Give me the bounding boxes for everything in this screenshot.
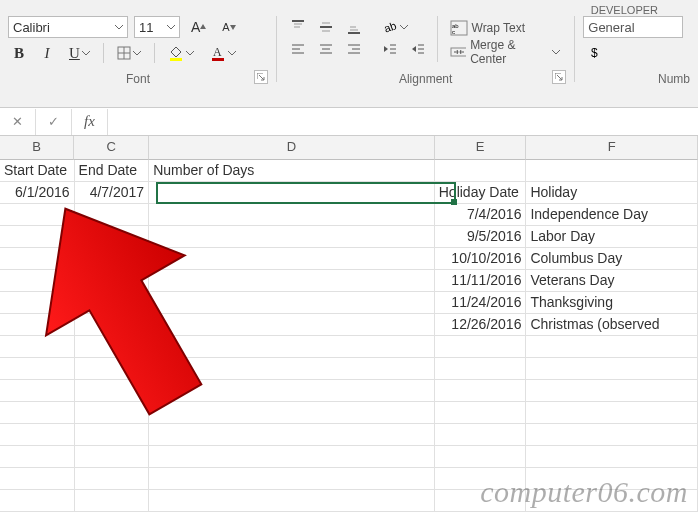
cell[interactable]	[526, 336, 698, 358]
cell[interactable]: Holiday	[526, 182, 698, 204]
col-header-C[interactable]: C	[74, 136, 148, 160]
cell[interactable]	[149, 226, 435, 248]
cell[interactable]	[149, 182, 435, 204]
increase-indent-button[interactable]	[405, 38, 431, 60]
cell[interactable]	[526, 380, 698, 402]
cell[interactable]: 4/7/2017	[75, 182, 150, 204]
number-format-combo[interactable]: General	[583, 16, 683, 38]
cell[interactable]	[0, 358, 75, 380]
cell[interactable]	[526, 424, 698, 446]
cell[interactable]	[526, 160, 698, 182]
cell[interactable]	[149, 248, 435, 270]
cell[interactable]	[0, 490, 75, 512]
align-middle-button[interactable]	[313, 16, 339, 38]
cell[interactable]: 6/1/2016	[0, 182, 75, 204]
accounting-format-button[interactable]: $	[583, 42, 609, 64]
col-header-B[interactable]: B	[0, 136, 74, 160]
cell[interactable]	[149, 402, 435, 424]
cell[interactable]	[149, 380, 435, 402]
cell[interactable]: 9/5/2016	[435, 226, 527, 248]
cell[interactable]: Number of Days	[149, 160, 435, 182]
tab-developer[interactable]: DEVELOPER	[591, 4, 658, 16]
cell[interactable]	[0, 270, 75, 292]
cell[interactable]	[435, 424, 527, 446]
cell[interactable]: End Date	[75, 160, 150, 182]
decrease-font-button[interactable]: A	[217, 16, 240, 38]
cell[interactable]	[75, 358, 150, 380]
italic-button[interactable]: I	[36, 42, 58, 64]
orientation-button[interactable]: ab	[377, 16, 413, 38]
cell[interactable]: Christmas (observed	[526, 314, 698, 336]
align-top-button[interactable]	[285, 16, 311, 38]
cell[interactable]: Start Date	[0, 160, 75, 182]
font-dialog-launcher[interactable]	[254, 70, 268, 84]
cell[interactable]: Veterans Day	[526, 270, 698, 292]
cell[interactable]	[75, 490, 150, 512]
cell[interactable]	[0, 402, 75, 424]
cell[interactable]	[0, 424, 75, 446]
cell[interactable]: 11/11/2016	[435, 270, 527, 292]
align-right-button[interactable]	[341, 38, 367, 60]
cell[interactable]	[149, 468, 435, 490]
cell[interactable]	[0, 380, 75, 402]
col-header-E[interactable]: E	[435, 136, 527, 160]
cell[interactable]	[75, 424, 150, 446]
cell[interactable]: Holiday Date	[435, 182, 527, 204]
fill-color-button[interactable]	[163, 42, 199, 64]
cell[interactable]	[0, 468, 75, 490]
cell[interactable]	[149, 358, 435, 380]
cell[interactable]	[435, 446, 527, 468]
cell[interactable]	[0, 314, 75, 336]
cell[interactable]	[75, 468, 150, 490]
cell[interactable]	[149, 446, 435, 468]
align-bottom-button[interactable]	[341, 16, 367, 38]
cell[interactable]: 11/24/2016	[435, 292, 527, 314]
cell[interactable]	[526, 446, 698, 468]
insert-function-button[interactable]: fx	[72, 109, 108, 135]
worksheet-grid[interactable]: B C D E F Start DateEnd DateNumber of Da…	[0, 136, 698, 512]
cell[interactable]	[0, 248, 75, 270]
align-center-button[interactable]	[313, 38, 339, 60]
cell[interactable]	[149, 292, 435, 314]
cell[interactable]	[0, 446, 75, 468]
cell[interactable]	[0, 204, 75, 226]
decrease-indent-button[interactable]	[377, 38, 403, 60]
alignment-dialog-launcher[interactable]	[552, 70, 566, 84]
cell[interactable]	[149, 336, 435, 358]
cell[interactable]	[435, 380, 527, 402]
cell[interactable]	[149, 490, 435, 512]
cell[interactable]	[526, 358, 698, 380]
cell[interactable]	[435, 160, 527, 182]
cell[interactable]	[75, 402, 150, 424]
underline-button[interactable]: U	[64, 42, 95, 64]
enter-button[interactable]: ✓	[36, 109, 72, 135]
cell[interactable]	[149, 424, 435, 446]
cell[interactable]	[149, 204, 435, 226]
cell[interactable]	[149, 270, 435, 292]
font-name-combo[interactable]: Calibri	[8, 16, 128, 38]
cell[interactable]: Thanksgiving	[526, 292, 698, 314]
wrap-text-button[interactable]: abc Wrap Text	[444, 16, 532, 40]
cell[interactable]	[526, 490, 698, 512]
cell[interactable]	[75, 204, 150, 226]
cell[interactable]	[75, 314, 150, 336]
cell[interactable]: 7/4/2016	[435, 204, 527, 226]
cell[interactable]	[435, 336, 527, 358]
cell[interactable]: Independence Day	[526, 204, 698, 226]
cell[interactable]	[75, 248, 150, 270]
cell[interactable]	[75, 446, 150, 468]
cell[interactable]	[526, 468, 698, 490]
cell[interactable]	[526, 402, 698, 424]
cell[interactable]	[435, 358, 527, 380]
cancel-button[interactable]: ✕	[0, 109, 36, 135]
border-button[interactable]	[112, 42, 146, 64]
cell[interactable]: 12/26/2016	[435, 314, 527, 336]
cell[interactable]	[435, 490, 527, 512]
cell[interactable]	[0, 226, 75, 248]
cell[interactable]	[0, 292, 75, 314]
cell[interactable]	[75, 226, 150, 248]
cell[interactable]	[75, 292, 150, 314]
cell[interactable]	[435, 402, 527, 424]
font-size-combo[interactable]: 11	[134, 16, 180, 38]
cell[interactable]	[75, 336, 150, 358]
